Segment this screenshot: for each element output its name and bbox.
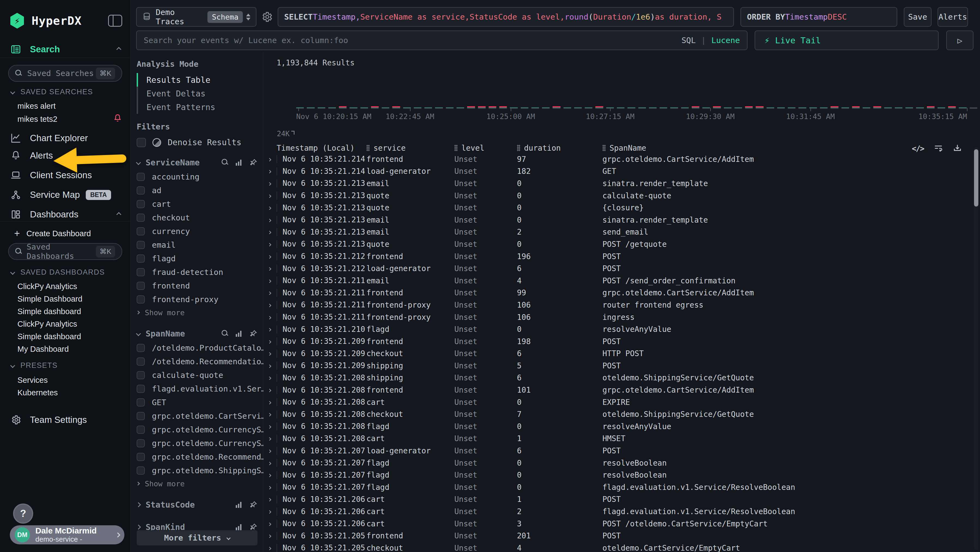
table-row[interactable]: ›Nov 6 10:35:21.212 AMfrontendUnset196PO… [264, 250, 980, 263]
facet-value-checkbox[interactable]: GET [137, 396, 258, 409]
saved-dashboard-item[interactable]: ClickPy Analytics [18, 280, 122, 293]
table-row[interactable]: ›Nov 6 10:35:21.207 AMload-generatorUnse… [264, 445, 980, 457]
checkbox[interactable] [137, 138, 146, 147]
pin-icon[interactable] [249, 329, 258, 338]
histogram-bar[interactable] [403, 81, 411, 109]
saved-dashboards-input[interactable]: Saved Dashboards ⌘K [8, 243, 122, 260]
row-expand-chevron-icon[interactable]: › [264, 324, 277, 334]
column-header-duration[interactable]: duration [517, 144, 603, 153]
histogram-bar[interactable] [638, 81, 646, 109]
row-expand-chevron-icon[interactable]: › [264, 410, 277, 419]
histogram-bar[interactable] [713, 81, 721, 109]
analysis-mode-item[interactable]: Event Deltas [137, 87, 258, 100]
facet-value-checkbox[interactable]: frontend [137, 279, 258, 293]
preset-item[interactable]: Services [18, 374, 122, 386]
table-row[interactable]: ›Nov 6 10:35:21.211 AMemailUnset4POST /s… [264, 274, 980, 287]
facet-value-checkbox[interactable]: cart [137, 197, 258, 211]
row-expand-chevron-icon[interactable]: › [264, 264, 277, 273]
select-chevrons-icon[interactable] [246, 14, 250, 21]
text-wrap-icon[interactable] [934, 143, 943, 154]
sql-mode-toggle[interactable]: SQL [681, 36, 695, 45]
histogram-bar[interactable] [467, 81, 475, 109]
table-row[interactable]: ›Nov 6 10:35:21.213 AMemailUnset0sinatra… [264, 177, 980, 190]
facet-value-checkbox[interactable]: email [137, 238, 258, 252]
histogram-bar[interactable] [617, 81, 624, 109]
histogram-bar[interactable] [820, 81, 827, 109]
show-more-button[interactable]: Show more [137, 306, 258, 319]
histogram-bar[interactable] [884, 81, 892, 109]
histogram-bar[interactable] [446, 81, 453, 109]
histogram-bar[interactable] [553, 81, 560, 109]
histogram-bar[interactable] [692, 81, 699, 109]
row-expand-chevron-icon[interactable]: › [264, 300, 277, 310]
histogram-bar[interactable] [745, 81, 753, 109]
table-row[interactable]: ›Nov 6 10:35:21.207 AMflagdUnset0resolve… [264, 469, 980, 481]
checkbox[interactable] [137, 214, 145, 222]
denoise-results-toggle[interactable]: Denoise Results [137, 137, 242, 147]
more-filters-button[interactable]: More filters [137, 530, 258, 546]
histogram-bar[interactable] [842, 81, 849, 109]
table-row[interactable]: ›Nov 6 10:35:21.207 AMflagdUnset0resolve… [264, 457, 980, 469]
facet-header-statuscode[interactable]: StatusCode [137, 497, 258, 512]
chevron-up-icon[interactable] [116, 212, 121, 217]
histogram-bar[interactable] [627, 81, 635, 109]
lucene-mode-toggle[interactable]: Lucene [711, 36, 740, 45]
pin-icon[interactable] [249, 501, 258, 509]
checkbox[interactable] [137, 398, 145, 407]
presets-section-label[interactable]: PRESETS [11, 361, 122, 370]
histogram-bar[interactable] [296, 81, 304, 109]
saved-search-item[interactable]: mikes alert [18, 100, 122, 112]
saved-searches-input[interactable]: Saved Searches ⌘K [8, 65, 122, 82]
user-menu[interactable]: DM Dale McDiarmid demo-service - [10, 525, 124, 544]
table-row[interactable]: ›Nov 6 10:35:21.212 AMload-generatorUnse… [264, 262, 980, 274]
histogram-bar[interactable] [339, 81, 347, 109]
table-row[interactable]: ›Nov 6 10:35:21.206 AMcartUnset1POST [264, 493, 980, 506]
row-expand-chevron-icon[interactable]: › [264, 155, 277, 164]
histogram-bar[interactable] [488, 81, 496, 109]
scrollbar-thumb[interactable] [974, 149, 978, 206]
row-expand-chevron-icon[interactable]: › [264, 313, 277, 322]
histogram-bar[interactable] [563, 81, 571, 109]
saved-dashboard-item[interactable]: My Dashboard [18, 343, 122, 355]
row-expand-chevron-icon[interactable]: › [264, 385, 277, 395]
sidebar-item-dashboards[interactable]: Dashboards [0, 206, 130, 222]
search-icon[interactable] [221, 159, 229, 166]
histogram-bar[interactable] [521, 81, 528, 109]
events-histogram[interactable] [296, 81, 977, 109]
histogram-bar[interactable] [478, 81, 486, 109]
table-row[interactable]: ›Nov 6 10:35:21.206 AMcartUnset3POST /ot… [264, 518, 980, 530]
histogram-bar[interactable] [328, 81, 336, 109]
saved-dashboard-item[interactable]: Simple dashboard [18, 330, 122, 343]
download-icon[interactable] [953, 143, 962, 154]
checkbox[interactable] [137, 357, 145, 365]
table-row[interactable]: ›Nov 6 10:35:21.208 AMflagdUnset0resolve… [264, 420, 980, 433]
chevron-up-icon[interactable] [116, 47, 121, 52]
row-expand-chevron-icon[interactable]: › [264, 373, 277, 383]
row-expand-chevron-icon[interactable]: › [264, 446, 277, 456]
bar-chart-icon[interactable] [236, 330, 242, 337]
table-row[interactable]: ›Nov 6 10:35:21.211 AMfrontendUnset99grp… [264, 287, 980, 299]
histogram-bar[interactable] [510, 81, 517, 109]
histogram-bar[interactable] [585, 81, 592, 109]
sql-select-input[interactable]: SELECT Timestamp, ServiceName as service… [278, 7, 734, 27]
run-query-button[interactable]: ▷ [946, 30, 974, 50]
facet-value-checkbox[interactable]: flagd [137, 252, 258, 265]
checkbox[interactable] [137, 200, 145, 208]
facet-value-checkbox[interactable]: grpc.oteldemo.CurrencyS… [137, 437, 258, 450]
histogram-bar[interactable] [371, 81, 379, 109]
facet-value-checkbox[interactable]: calculate-quote [137, 369, 258, 382]
histogram-bar[interactable] [916, 81, 924, 109]
facet-value-checkbox[interactable]: /oteldemo.Recommendatio… [137, 355, 258, 369]
histogram-bar[interactable] [830, 81, 838, 109]
histogram-bar[interactable] [382, 81, 389, 109]
histogram-bar[interactable] [435, 81, 442, 109]
bar-chart-icon[interactable] [236, 159, 242, 166]
row-expand-chevron-icon[interactable]: › [264, 531, 277, 541]
create-dashboard-button[interactable]: + Create Dashboard [14, 227, 122, 240]
facet-value-checkbox[interactable]: ad [137, 183, 258, 197]
table-row[interactable]: ›Nov 6 10:35:21.205 AMcheckoutUnset4otel… [264, 542, 980, 552]
histogram-bar[interactable] [649, 81, 657, 109]
table-row[interactable]: ›Nov 6 10:35:21.213 AMemailUnset0sinatra… [264, 214, 980, 226]
source-selector[interactable]: Demo Traces Schema [136, 7, 256, 27]
table-row[interactable]: ›Nov 6 10:35:21.209 AMcheckoutUnset6HTTP… [264, 348, 980, 360]
